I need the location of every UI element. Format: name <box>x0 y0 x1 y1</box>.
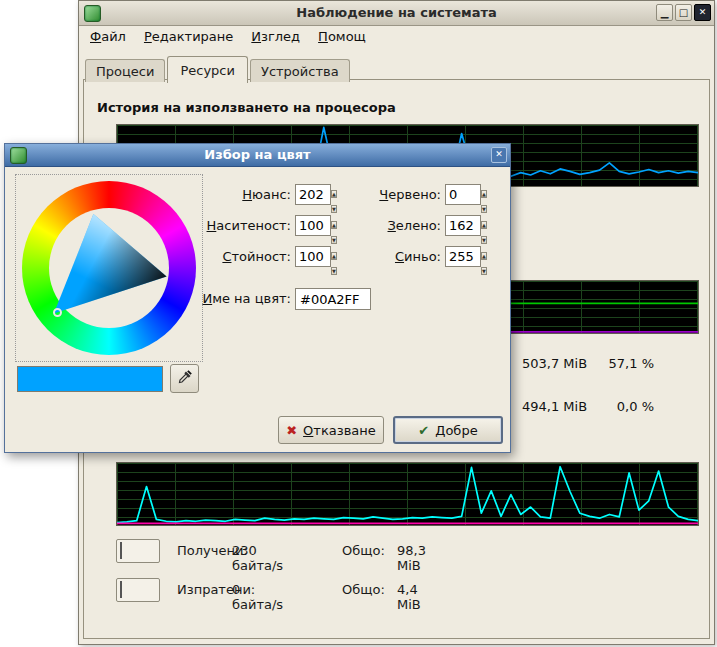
hue-label: Нюанс: <box>165 187 291 202</box>
red-spin-up-button[interactable]: ▲ <box>481 190 487 198</box>
red-spinner: ▲ ▼ <box>481 184 496 205</box>
color-wheel-area <box>15 174 203 362</box>
dialog-title: Избор на цвят <box>5 147 510 162</box>
value-spinner: ▲ ▼ <box>331 246 346 267</box>
minimize-icon: ▁ <box>661 7 669 18</box>
green-label: Зелено: <box>357 218 441 233</box>
hue-spin-down-button[interactable]: ▼ <box>331 205 337 213</box>
ok-button-label: Добре <box>435 423 477 438</box>
swap-used-percent: 0,0 % <box>584 399 654 414</box>
spin-up-icon: ▲ <box>332 253 336 259</box>
sent-total: 4,4 MiB <box>397 582 421 612</box>
dialog-titlebar[interactable]: Избор на цвят ✕ <box>5 144 510 167</box>
minimize-button[interactable]: ▁ <box>656 4 673 21</box>
cancel-button-label: Отказване <box>303 423 376 438</box>
dialog-close-button[interactable]: ✕ <box>491 147 507 163</box>
red-spin-down-button[interactable]: ▼ <box>481 205 487 213</box>
menu-help[interactable]: Помощ <box>309 26 375 48</box>
saturation-spin-down-button[interactable]: ▼ <box>331 236 337 244</box>
memory-used-percent: 57,1 % <box>584 356 654 371</box>
red-label: Червено: <box>357 187 441 202</box>
received-color-button[interactable] <box>116 539 160 563</box>
hue-spinner: ▲ ▼ <box>331 184 346 205</box>
spin-down-icon: ▼ <box>482 206 486 212</box>
swap-used-value: 494,1 MiB <box>522 399 587 414</box>
saturation-label: Наситеност: <box>165 218 291 233</box>
color-preview-swatch <box>17 366 163 392</box>
green-spinner: ▲ ▼ <box>481 215 496 236</box>
dialog-close-icon: ✕ <box>495 149 503 159</box>
main-window-titlebar[interactable]: Наблюдение на системата ▁ □ ✕ <box>79 1 714 26</box>
value-input[interactable] <box>295 246 331 267</box>
received-total: 98,3 MiB <box>397 543 426 573</box>
close-icon: ✕ <box>699 7 707 17</box>
received-total-label: Общо: <box>342 543 385 558</box>
green-spin-up-button[interactable]: ▲ <box>481 221 487 229</box>
sent-color-swatch <box>120 581 122 598</box>
blue-label: Синьо: <box>357 249 441 264</box>
received-rate: 230 байта/s <box>232 543 283 573</box>
spin-down-icon: ▼ <box>332 237 336 243</box>
color-selector-marker <box>53 308 62 317</box>
maximize-icon: □ <box>679 7 688 18</box>
spin-up-icon: ▲ <box>482 253 486 259</box>
green-spin-down-button[interactable]: ▼ <box>481 236 487 244</box>
blue-spinner: ▲ ▼ <box>481 246 496 267</box>
blue-spin-down-button[interactable]: ▼ <box>481 267 487 275</box>
spin-up-icon: ▲ <box>482 222 486 228</box>
menu-edit[interactable]: Редактиране <box>135 26 242 48</box>
menubar: Файл Редактиране Изглед Помощ <box>81 26 712 48</box>
network-history-chart <box>116 462 699 526</box>
color-picker-dialog: Избор на цвят ✕ Нюанс: ▲ ▼ Наситеност: ▲… <box>4 143 511 453</box>
tab-devices[interactable]: Устройства <box>250 59 350 82</box>
spin-down-icon: ▼ <box>482 268 486 274</box>
cancel-x-icon: ✖ <box>286 424 297 437</box>
menu-file[interactable]: Файл <box>81 26 135 48</box>
spin-up-icon: ▲ <box>482 191 486 197</box>
cancel-button[interactable]: ✖ Отказване <box>278 416 384 444</box>
tab-resources[interactable]: Ресурси <box>167 56 248 83</box>
notebook-tabbar: Процеси Ресурси Устройства <box>85 51 352 81</box>
ok-check-icon: ✔ <box>418 424 429 437</box>
saturation-spin-up-button[interactable]: ▲ <box>331 221 337 229</box>
blue-input[interactable] <box>445 246 481 267</box>
received-color-swatch <box>120 542 122 559</box>
spin-up-icon: ▲ <box>332 222 336 228</box>
sent-rate: 0 байта/s <box>232 582 283 612</box>
blue-spin-up-button[interactable]: ▲ <box>481 252 487 260</box>
spin-down-icon: ▼ <box>332 268 336 274</box>
maximize-button[interactable]: □ <box>675 4 692 21</box>
red-input[interactable] <box>445 184 481 205</box>
main-window-title: Наблюдение на системата <box>79 5 714 20</box>
menu-view[interactable]: Изглед <box>242 26 309 48</box>
eyedropper-button[interactable] <box>170 364 199 393</box>
saturation-input[interactable] <box>295 215 331 236</box>
cpu-history-heading: История на използването на процесора <box>97 100 396 115</box>
tab-processes[interactable]: Процеси <box>85 59 165 82</box>
spin-down-icon: ▼ <box>332 206 336 212</box>
window-controls: ▁ □ ✕ <box>656 4 711 21</box>
hue-input[interactable] <box>295 184 331 205</box>
spin-down-icon: ▼ <box>482 237 486 243</box>
hue-spin-up-button[interactable]: ▲ <box>331 190 337 198</box>
value-label: Стойност: <box>165 249 291 264</box>
memory-used-value: 503,7 MiB <box>522 356 587 371</box>
spin-up-icon: ▲ <box>332 191 336 197</box>
value-spin-down-button[interactable]: ▼ <box>331 267 337 275</box>
close-button[interactable]: ✕ <box>694 4 711 21</box>
saturation-spinner: ▲ ▼ <box>331 215 346 236</box>
green-input[interactable] <box>445 215 481 236</box>
sent-total-label: Общо: <box>342 582 385 597</box>
ok-button[interactable]: ✔ Добре <box>393 416 503 444</box>
value-spin-up-button[interactable]: ▲ <box>331 252 337 260</box>
color-name-input[interactable] <box>295 288 371 310</box>
sent-color-button[interactable] <box>116 578 160 602</box>
color-name-label: Име на цвят: <box>165 291 291 306</box>
eyedropper-icon <box>177 369 193 388</box>
